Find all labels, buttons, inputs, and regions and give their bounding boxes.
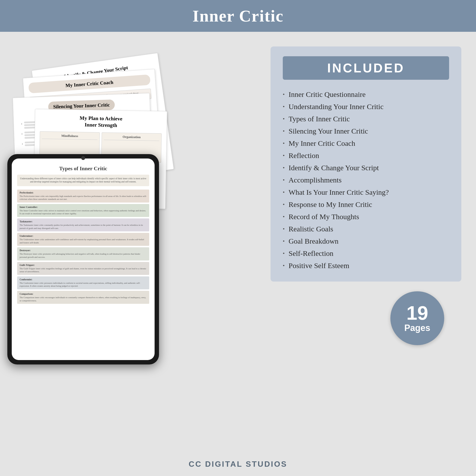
left-panel: Identify & Change Your Script xyxy=(15,47,256,466)
list-item-13: •Goal Breakdown xyxy=(283,235,449,247)
bullet-icon-6: • xyxy=(283,153,285,159)
bullet-icon-1: • xyxy=(283,91,285,98)
tablet: Types of Inner Critic Understanding thes… xyxy=(7,154,159,364)
bullet-icon-7: • xyxy=(283,165,285,171)
bullet-icon-4: • xyxy=(283,128,285,134)
type-row-perfectionist: Perfectionist: The Perfectionist inner c… xyxy=(17,189,149,203)
list-item-text-3: Types of Inner Critic xyxy=(289,115,350,123)
list-item-4: •Silencing Your Inner Critic xyxy=(283,125,449,137)
bullet-icon-5: • xyxy=(283,140,285,147)
list-item-3: •Types of Inner Critic xyxy=(283,113,449,125)
type-row-inner-controller: Inner Controller: The Inner Controller i… xyxy=(17,204,149,217)
list-item-6: •Reflection xyxy=(283,150,449,162)
tablet-camera xyxy=(81,156,85,160)
list-item-9: •What Is Your Inner Critic Saying? xyxy=(283,186,449,198)
tablet-content: Types of Inner Critic Understanding thes… xyxy=(12,158,154,360)
type-name-guilt: Guilt-Tripper: xyxy=(19,264,147,266)
footer-text: CC DIGITAL STUDIOS xyxy=(188,459,287,468)
type-name-destroyer: Destroyer: xyxy=(19,249,147,252)
list-item-text-11: Record of My Thoughts xyxy=(289,213,359,221)
tablet-title: Types of Inner Critic xyxy=(17,165,149,172)
bullet-icon-13: • xyxy=(283,238,285,244)
main-content: Identify & Change Your Script xyxy=(0,32,476,476)
pages-badge: 19 Pages xyxy=(391,291,444,345)
list-item-10: •Response to My Inner Critic xyxy=(283,198,449,211)
list-item-text-9: What Is Your Inner Critic Saying? xyxy=(289,188,389,196)
type-desc-underminer: The Underminer inner critic undermines s… xyxy=(19,238,147,244)
s-arrow-3: • xyxy=(22,142,23,146)
bullet-icon-12: • xyxy=(283,226,285,232)
type-row-comparison: Comparison: The Comparison inner critic … xyxy=(17,291,149,304)
list-item-5: •My Inner Critic Coach xyxy=(283,137,449,150)
header: Inner Critic xyxy=(0,0,476,32)
type-row-underminer: Underminer: The Underminer inner critic … xyxy=(17,233,149,246)
doc-stack: Identify & Change Your Script xyxy=(15,61,186,404)
type-desc-taskmaster: The Taskmaster inner critic constantly p… xyxy=(19,223,147,230)
list-item-text-1: Inner Critic Questionnaire xyxy=(289,90,366,99)
type-name-conformist: Conformist: xyxy=(19,278,147,281)
page-title: Inner Critic xyxy=(192,6,284,26)
plan-doc-title: My Plan to AchieveInner Strength xyxy=(40,114,162,130)
type-row-destroyer: Destroyer: The Destroyer inner critic pr… xyxy=(17,247,149,260)
type-name-underminer: Underminer: xyxy=(19,235,147,237)
list-item-text-5: My Inner Critic Coach xyxy=(289,139,355,148)
type-desc-conformist: The Conformist inner critic pressures in… xyxy=(19,282,147,288)
included-title: INCLUDED xyxy=(327,61,405,75)
list-item-text-10: Response to My Inner Critic xyxy=(289,200,372,209)
list-item-text-13: Goal Breakdown xyxy=(289,237,339,245)
plan-col2-header: Organization xyxy=(104,135,159,141)
type-desc-inner-controller: The Inner Controller inner critic strive… xyxy=(19,209,147,215)
type-desc-destroyer: The Destroyer inner critic promotes self… xyxy=(19,253,147,258)
s-arrow-1: • xyxy=(21,122,22,126)
type-desc-perfectionist: The Perfectionist inner critic sets impo… xyxy=(19,195,147,201)
tablet-intro: Understanding these different types of i… xyxy=(17,175,149,186)
pages-label: Pages xyxy=(404,323,430,333)
list-item-text-15: Positive Self Esteem xyxy=(289,261,349,270)
type-desc-guilt: The Guilt-Tripper inner critic magnifies… xyxy=(19,267,147,273)
list-item-7: •Identify & Change Your Script xyxy=(283,162,449,174)
list-item-1: •Inner Critic Questionnaire xyxy=(283,88,449,101)
s-arrow-2: • xyxy=(21,132,23,136)
included-header: INCLUDED xyxy=(283,56,449,80)
type-row-conformist: Conformist: The Conformist inner critic … xyxy=(17,276,149,289)
bullet-icon-14: • xyxy=(283,250,285,256)
list-item-text-2: Understanding Your Inner Critic xyxy=(289,102,384,111)
bullet-icon-3: • xyxy=(283,116,285,122)
type-name-taskmaster: Taskmaster: xyxy=(19,220,147,223)
list-item-11: •Record of My Thoughts xyxy=(283,211,449,223)
tablet-outer: Types of Inner Critic Understanding thes… xyxy=(7,154,159,364)
list-item-text-14: Self-Reflection xyxy=(289,249,333,257)
list-item-15: •Positive Self Esteem xyxy=(283,259,449,272)
type-name-inner-controller: Inner Controller: xyxy=(19,206,147,208)
right-panel: INCLUDED •Inner Critic Questionnaire •Un… xyxy=(271,47,461,466)
list-item-text-7: Identify & Change Your Script xyxy=(289,164,379,172)
bullet-icon-2: • xyxy=(283,103,285,110)
list-item-12: •Realistic Goals xyxy=(283,223,449,235)
list-item-2: •Understanding Your Inner Critic xyxy=(283,101,449,113)
bullet-icon-8: • xyxy=(283,177,285,183)
list-item-text-4: Silencing Your Inner Critic xyxy=(289,127,368,135)
bullet-icon-11: • xyxy=(283,214,285,220)
list-item-text-6: Reflection xyxy=(289,152,319,160)
list-item-text-8: Accomplishments xyxy=(289,176,342,184)
type-row-guilt: Guilt-Tripper: The Guilt-Tripper inner c… xyxy=(17,262,149,275)
bullet-icon-15: • xyxy=(283,262,285,269)
bullet-icon-10: • xyxy=(283,201,285,208)
included-box: INCLUDED •Inner Critic Questionnaire •Un… xyxy=(271,47,461,282)
list-item-text-12: Realistic Goals xyxy=(289,225,333,233)
type-row-taskmaster: Taskmaster: The Taskmaster inner critic … xyxy=(17,219,149,231)
type-desc-comparison: The Comparison inner critic encourages i… xyxy=(19,296,147,302)
bullet-icon-9: • xyxy=(283,189,285,195)
included-list: •Inner Critic Questionnaire •Understandi… xyxy=(283,88,449,272)
type-name-comparison: Comparison: xyxy=(19,292,147,295)
list-item-14: •Self-Reflection xyxy=(283,247,449,259)
type-name-perfectionist: Perfectionist: xyxy=(19,191,147,194)
plan-col1-header: Mindfulness xyxy=(42,133,97,140)
pages-number: 19 xyxy=(407,303,428,323)
list-item-8: •Accomplishments xyxy=(283,174,449,186)
tablet-screen: Types of Inner Critic Understanding thes… xyxy=(12,158,154,360)
